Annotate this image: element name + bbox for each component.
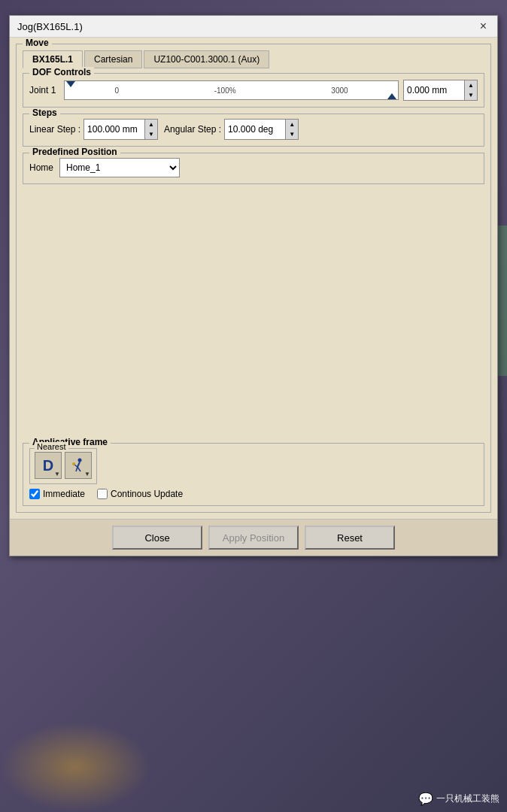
linear-step-label: Linear Step : [29,124,80,135]
linear-step-spinners: ▲ ▼ [144,120,157,139]
immediate-checkbox-item: Immediate [29,489,85,499]
linear-step-field[interactable] [84,120,144,139]
window-title: Jog(BX165L.1) [17,21,83,32]
home-label: Home [29,162,53,173]
joint-1-value-input: ▲ ▼ [403,80,478,101]
continuous-label: Continous Update [111,489,183,499]
reset-button[interactable]: Reset [305,526,395,550]
slider-mid-label: -100% [214,86,236,95]
watermark-text: 一只机械工装熊 [436,792,499,805]
svg-line-4 [77,467,80,471]
joint-1-spinners: ▲ ▼ [464,80,477,100]
dof-controls-group: DOF Controls Joint 1 0 -100% 3000 [23,73,484,108]
close-button[interactable]: Close [112,526,202,550]
tab-bar: BX165L.1 Cartesian UZ100-C001.3000.1 (Au… [23,50,484,68]
nearest-label: Nearest [35,442,68,451]
home-select[interactable]: Home_1 Home_2 [59,158,180,177]
slider-min-label: 0 [110,86,123,95]
linear-step-spin-up[interactable]: ▲ [145,120,157,129]
apply-position-button[interactable]: Apply Position [208,526,299,550]
immediate-checkbox[interactable] [29,489,40,499]
angular-step-spinners: ▲ ▼ [285,120,298,139]
nearest-icon-figure[interactable]: ▼ [65,452,92,479]
joint-1-slider[interactable]: 0 -100% 3000 [64,80,399,100]
angular-step-label: Angular Step : [164,124,221,135]
angular-step-field[interactable] [225,120,285,139]
nearest-box: Nearest D ▼ [29,448,97,484]
title-bar: Jog(BX165L.1) × [10,16,497,38]
joint-1-row: Joint 1 0 -100% 3000 [29,80,478,101]
svg-point-5 [72,462,75,465]
slider-left-thumb [66,81,75,87]
joint-1-spin-up[interactable]: ▲ [465,80,477,90]
joint-1-value-field[interactable] [404,80,464,100]
continuous-checkbox-item: Continous Update [97,489,183,499]
tab-uz100[interactable]: UZ100-C001.3000.1 (Aux) [144,50,269,68]
wechat-icon: 💬 [418,792,433,806]
joint-1-spin-down[interactable]: ▼ [465,90,477,100]
tab-cartesian[interactable]: Cartesian [84,50,142,68]
empty-area [23,184,484,440]
continuous-checkbox[interactable] [97,489,108,499]
angular-step-spin-down[interactable]: ▼ [286,129,298,139]
close-icon[interactable]: × [477,20,490,32]
svg-line-2 [74,465,77,467]
slider-right-thumb [387,93,396,99]
angular-step-input: ▲ ▼ [224,119,299,140]
predefined-position-group: Predefined Position Home Home_1 Home_2 [23,153,484,184]
nearest-icon-d[interactable]: D ▼ [35,452,62,479]
move-group: Move BX165L.1 Cartesian UZ100-C001.3000.… [16,44,491,513]
slider-max-label: 3000 [326,86,352,95]
dof-controls-label: DOF Controls [29,67,94,77]
move-group-label: Move [23,38,52,48]
linear-step-input: ▲ ▼ [83,119,158,140]
angular-step-item: Angular Step : ▲ ▼ [164,119,299,140]
checkbox-row: Immediate Continous Update [29,489,478,499]
svg-line-1 [77,462,80,468]
applicative-frame-group: Applicative frame Nearest D ▼ [23,443,484,506]
watermark: 💬 一只机械工装熊 [418,792,499,806]
linear-step-item: Linear Step : ▲ ▼ [29,119,158,140]
immediate-label: Immediate [43,489,85,499]
linear-step-spin-down[interactable]: ▼ [145,129,157,139]
tab-bx165l1[interactable]: BX165L.1 [23,50,83,68]
steps-group: Steps Linear Step : ▲ ▼ [23,114,484,147]
predefined-position-label: Predefined Position [29,147,120,157]
svg-point-0 [78,459,82,462]
steps-label: Steps [29,108,60,118]
angular-step-spin-up[interactable]: ▲ [286,120,298,129]
footer: Close Apply Position Reset [10,519,497,556]
joint-1-label: Joint 1 [29,85,59,95]
